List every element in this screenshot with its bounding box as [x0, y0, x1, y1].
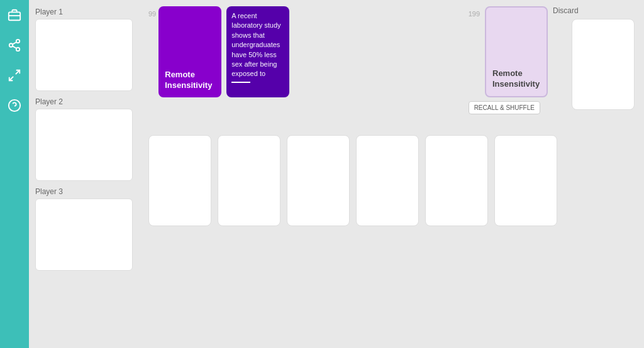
svg-line-8 — [9, 77, 13, 80]
svg-line-5 — [13, 46, 16, 48]
right-stack-group: 199 Remote Insensitivity RECALL & SHUFFL… — [469, 6, 548, 114]
player-1-card-slot — [35, 19, 133, 91]
top-row: 99 Remote Insensitivity A recent laborat… — [148, 6, 635, 129]
hand-card-2[interactable] — [218, 135, 280, 226]
left-purple-card[interactable]: Remote Insensitivity — [158, 6, 221, 97]
svg-line-7 — [16, 70, 19, 74]
share-icon[interactable] — [6, 36, 23, 54]
right-stack-count: 199 — [469, 10, 480, 18]
black-question-card[interactable]: A recent laboratory study shows that und… — [226, 6, 289, 97]
player-3-label: Player 3 — [35, 187, 133, 196]
right-light-purple-card[interactable]: Remote Insensitivity — [485, 6, 548, 97]
left-stack-count: 99 — [148, 10, 156, 18]
left-stack-group: 99 Remote Insensitivity — [148, 6, 221, 97]
right-card-title: Remote Insensitivity — [492, 68, 540, 90]
discard-card-slot — [572, 19, 635, 110]
player-1-label: Player 1 — [35, 8, 133, 16]
main-area: Player 1 Player 2 Player 3 99 Remote Ins… — [29, 0, 644, 348]
recall-shuffle-button[interactable]: RECALL & SHUFFLE — [469, 101, 540, 114]
player-2-label: Player 2 — [35, 97, 133, 106]
discard-label: Discard — [553, 6, 579, 15]
player-2-card-slot — [35, 109, 133, 181]
svg-point-2 — [16, 40, 20, 43]
hand-card-3[interactable] — [287, 135, 350, 226]
hand-card-4[interactable] — [356, 135, 419, 226]
player-1-section: Player 1 — [35, 8, 133, 91]
players-panel: Player 1 Player 2 Player 3 — [29, 0, 139, 348]
svg-line-6 — [13, 42, 16, 45]
player-3-card-slot — [35, 198, 133, 271]
game-area: 99 Remote Insensitivity A recent laborat… — [139, 0, 644, 348]
help-icon[interactable] — [6, 97, 23, 114]
discard-area: Discard — [553, 6, 635, 110]
sidebar — [0, 0, 29, 348]
bottom-row — [148, 135, 635, 226]
svg-point-3 — [9, 43, 13, 47]
hand-card-5[interactable] — [425, 135, 488, 226]
black-card-underline — [231, 82, 250, 83]
black-card-text: A recent laboratory study shows that und… — [231, 11, 284, 79]
fullscreen-icon[interactable] — [6, 67, 23, 84]
hand-card-6[interactable] — [494, 135, 557, 226]
player-3-section: Player 3 — [35, 187, 133, 271]
svg-point-4 — [16, 48, 20, 52]
player-2-section: Player 2 — [35, 97, 133, 181]
hand-card-1[interactable] — [148, 135, 211, 226]
left-card-title: Remote Insensitivity — [165, 70, 215, 91]
briefcase-icon[interactable] — [6, 6, 23, 24]
